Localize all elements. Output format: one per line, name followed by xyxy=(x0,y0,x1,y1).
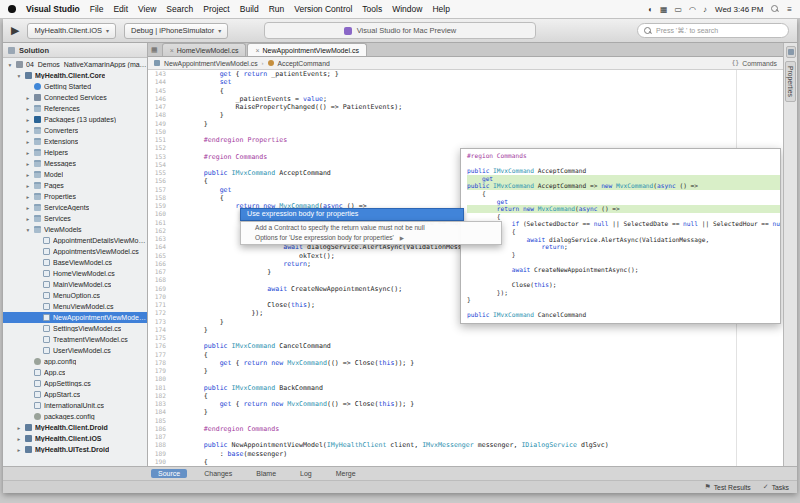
menu-help[interactable]: Help xyxy=(432,4,449,14)
disclosure-closed-icon[interactable]: ▸ xyxy=(25,216,31,222)
close-tab-icon[interactable]: × xyxy=(170,47,174,54)
fix-option-use-expression-body[interactable]: Use expression body for properties xyxy=(240,208,464,221)
tab-homeviewmodel-cs[interactable]: ×HomeViewModel.cs xyxy=(162,43,247,56)
breadcrumb-member[interactable]: AcceptCommand xyxy=(278,60,330,67)
tree-item-services[interactable]: ▸Services xyxy=(3,213,147,224)
fix-option-add-a-contract-to[interactable]: Add a Contract to specify the return val… xyxy=(241,223,501,233)
menu-edit[interactable]: Edit xyxy=(113,4,128,14)
tree-item-helpers[interactable]: ▸Helpers xyxy=(3,147,147,158)
menu-view[interactable]: View xyxy=(138,4,156,14)
rail-icon-tab[interactable] xyxy=(786,46,796,58)
menu-run[interactable]: Run xyxy=(269,4,285,14)
tree-item-menuviewmodel-cs[interactable]: MenuViewModel.cs xyxy=(3,301,147,312)
tree-item-getting-started[interactable]: Getting Started xyxy=(3,81,147,92)
tree-item-connected-services[interactable]: ▸Connected Services xyxy=(3,92,147,103)
menu-window[interactable]: Window xyxy=(392,4,422,14)
tree-item-myhealth-client-core[interactable]: ▾MyHealth.Client.Core xyxy=(3,70,147,81)
display-icon[interactable]: ◐ xyxy=(648,5,653,14)
spotlight-icon[interactable] xyxy=(771,5,779,13)
tree-item-internationalunit-cs[interactable]: InternationalUnit.cs xyxy=(3,400,147,411)
disclosure-open-icon[interactable]: ▾ xyxy=(16,73,22,79)
tree-item-app-config[interactable]: app.config xyxy=(3,356,147,367)
disclosure-closed-icon[interactable]: ▸ xyxy=(25,128,31,134)
tree-item-messages[interactable]: ▸Messages xyxy=(3,158,147,169)
global-search-field[interactable]: Press '⌘.' to search xyxy=(637,23,789,38)
menu-version-control[interactable]: Version Control xyxy=(294,4,352,14)
tree-item-appsettings-cs[interactable]: AppSettings.cs xyxy=(3,378,147,389)
tree-item-newappointmentviewmodel-cs[interactable]: NewAppointmentViewModel.cs xyxy=(3,312,147,323)
pad-toggle-icon[interactable]: ▦ xyxy=(151,46,158,54)
tree-item-packages-config[interactable]: packages.config xyxy=(3,411,147,422)
tree-item-packages-13-updates[interactable]: ▸Packages (13 updates) xyxy=(3,114,147,125)
tree-item-app-cs[interactable]: App.cs xyxy=(3,367,147,378)
region-selector[interactable]: {} Commands xyxy=(731,59,777,67)
tab-newappointmentviewmodel-cs[interactable]: ×NewAppointmentViewModel.cs xyxy=(247,43,366,56)
tree-item-treatmentviewmodel-cs[interactable]: TreatmentViewModel.cs xyxy=(3,334,147,345)
battery-icon[interactable]: ▭ xyxy=(674,5,682,14)
tree-item-converters[interactable]: ▸Converters xyxy=(3,125,147,136)
tree-item-references[interactable]: ▸References xyxy=(3,103,147,114)
tree-item-myhealth-client-droid[interactable]: ▸MyHealth.Client.Droid xyxy=(3,422,147,433)
menu-clock[interactable]: Wed 3:46 PM xyxy=(715,5,763,14)
tree-item-appointmentdetailsviewmodel-cs[interactable]: AppointmentDetailsViewModel.cs xyxy=(3,235,147,246)
disclosure-closed-icon[interactable]: ▸ xyxy=(25,183,31,189)
tree-item-myhealth-uitest-droid[interactable]: ▸MyHealth.UITest.Droid xyxy=(3,444,147,455)
configuration-dropdown[interactable]: Debug | iPhoneSimulator ▾ xyxy=(124,23,228,39)
tree-item-settingsviewmodel-cs[interactable]: SettingsViewModel.cs xyxy=(3,323,147,334)
footer-tab-changes[interactable]: Changes xyxy=(197,469,239,478)
tree-item-homeviewmodel-cs[interactable]: HomeViewModel.cs xyxy=(3,268,147,279)
disclosure-closed-icon[interactable]: ▸ xyxy=(25,106,31,112)
disclosure-closed-icon[interactable]: ▸ xyxy=(25,150,31,156)
footer-tab-source[interactable]: Source xyxy=(151,469,187,478)
disclosure-closed-icon[interactable]: ▸ xyxy=(16,436,22,442)
tree-item-appstart-cs[interactable]: AppStart.cs xyxy=(3,389,147,400)
run-button[interactable]: ▶ xyxy=(11,25,19,36)
tree-item-mainviewmodel-cs[interactable]: MainViewModel.cs xyxy=(3,279,147,290)
target-project-dropdown[interactable]: MyHealth.Client.iOS ▾ xyxy=(27,23,116,39)
disclosure-closed-icon[interactable]: ▸ xyxy=(25,117,31,123)
tree-item-serviceagents[interactable]: ▸ServiceAgents xyxy=(3,202,147,213)
menu-app-name[interactable]: Visual Studio xyxy=(26,4,80,14)
disclosure-closed-icon[interactable]: ▸ xyxy=(25,161,31,167)
menu-search[interactable]: Search xyxy=(166,4,193,14)
footer-tab-merge[interactable]: Merge xyxy=(329,469,363,478)
statusbar-tasks[interactable]: ✓Tasks xyxy=(763,483,789,491)
footer-tab-blame[interactable]: Blame xyxy=(249,469,283,478)
tree-item-04-demos-nativexamarinapps-master[interactable]: ▾04_Demos_NativeXamarinApps (master) xyxy=(3,59,147,70)
disclosure-closed-icon[interactable]: ▸ xyxy=(25,205,31,211)
tree-item-menuoption-cs[interactable]: MenuOption.cs xyxy=(3,290,147,301)
fix-option-options-for-use-expression[interactable]: Options for 'Use expression body for pro… xyxy=(241,233,501,243)
rail-tab-properties[interactable]: Properties xyxy=(785,61,796,102)
tree-item-userviewmodel-cs[interactable]: UserViewModel.cs xyxy=(3,345,147,356)
menu-project[interactable]: Project xyxy=(203,4,229,14)
disclosure-closed-icon[interactable]: ▸ xyxy=(16,447,22,453)
breadcrumb-file[interactable]: NewAppointmentViewModel.cs xyxy=(164,60,258,67)
tree-item-model[interactable]: ▸Model xyxy=(3,169,147,180)
tree-item-pages[interactable]: ▸Pages xyxy=(3,180,147,191)
disclosure-closed-icon[interactable]: ▸ xyxy=(25,194,31,200)
tree-item-properties[interactable]: ▸Properties xyxy=(3,191,147,202)
menu-build[interactable]: Build xyxy=(240,4,259,14)
tree-item-viewmodels[interactable]: ▾ViewModels xyxy=(3,224,147,235)
disclosure-closed-icon[interactable]: ▸ xyxy=(25,172,31,178)
tree-item-extensions[interactable]: ▸Extensions xyxy=(3,136,147,147)
volume-icon[interactable]: ♪ xyxy=(703,5,707,14)
apple-menu-icon[interactable] xyxy=(8,5,16,13)
disclosure-open-icon[interactable]: ▾ xyxy=(7,62,13,68)
tree-item-myhealth-client-ios[interactable]: ▸MyHealth.Client.iOS xyxy=(3,433,147,444)
tree-item-appointmentsviewmodel-cs[interactable]: AppointmentsViewModel.cs xyxy=(3,246,147,257)
disclosure-closed-icon[interactable]: ▸ xyxy=(25,95,31,101)
disclosure-open-icon[interactable]: ▾ xyxy=(25,227,31,233)
disclosure-closed-icon[interactable]: ▸ xyxy=(25,139,31,145)
statusbar-test-results[interactable]: ⚑Test Results xyxy=(704,483,750,491)
menu-file[interactable]: File xyxy=(90,4,104,14)
close-tab-icon[interactable]: × xyxy=(255,47,259,54)
menu-tools[interactable]: Tools xyxy=(362,4,382,14)
grid-icon[interactable]: ▦ xyxy=(660,5,668,14)
wifi-icon[interactable]: ◠ xyxy=(689,5,696,14)
notification-center-icon[interactable]: ≡ xyxy=(787,5,792,14)
disclosure-closed-icon[interactable]: ▸ xyxy=(16,425,22,431)
code-editor[interactable]: 143 get { return _patientEvents; }144 se… xyxy=(148,70,783,466)
footer-tab-log[interactable]: Log xyxy=(293,469,319,478)
tree-item-baseviewmodel-cs[interactable]: BaseViewModel.cs xyxy=(3,257,147,268)
